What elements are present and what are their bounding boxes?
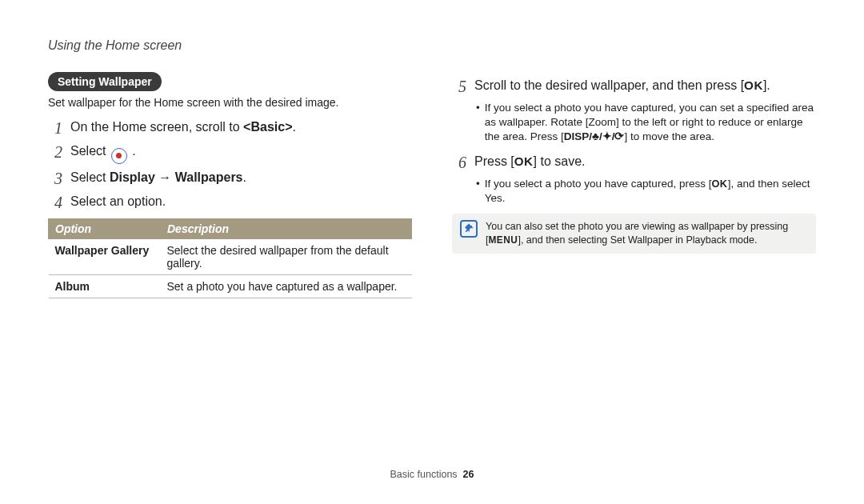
bold-set-wallpaper: Set Wallpaper <box>610 234 673 246</box>
step-text: Select an option. <box>70 193 412 210</box>
step-text: Select . <box>70 142 412 164</box>
page-number: 26 <box>463 469 474 480</box>
step-5-bullets: If you select a photo you have captured,… <box>476 101 816 145</box>
text: ] to move the area. <box>624 130 714 142</box>
table-row: Album Set a photo you have captured as a… <box>49 274 412 298</box>
footer-section: Basic functions <box>390 469 458 480</box>
step-text: On the Home screen, scroll to <Basic>. <box>70 118 412 136</box>
bullet: If you select a photo you have captured,… <box>476 101 816 145</box>
section-heading-pill: Setting Wallpaper <box>48 72 162 91</box>
right-column: 5 Scroll to the desired wallpaper, and t… <box>452 72 816 298</box>
col-option: Option <box>49 218 161 238</box>
step-number: 6 <box>452 153 466 172</box>
text: If you select a photo you have captured,… <box>485 178 712 190</box>
step-6-bullets: If you select a photo you have captured,… <box>476 177 816 206</box>
bold-basic: <Basic> <box>243 120 292 134</box>
text: Press [ <box>474 154 514 168</box>
nav-keys: DISP/♣/✦/⟳ <box>564 130 625 142</box>
section-intro: Set wallpaper for the Home screen with t… <box>48 96 412 109</box>
step-text: Select Display → Wallpapers. <box>70 169 412 186</box>
text: ], and then selecting <box>518 234 610 246</box>
ok-key: OK <box>711 178 727 190</box>
step-5: 5 Scroll to the desired wallpaper, and t… <box>452 77 816 96</box>
step-number: 5 <box>452 77 466 96</box>
info-icon <box>460 220 478 238</box>
step-3: 3 Select Display → Wallpapers. <box>48 169 412 188</box>
text: Scroll to the desired wallpaper, and the… <box>474 78 744 92</box>
step-text: Press [OK] to save. <box>474 153 816 170</box>
text: ]. <box>763 78 770 92</box>
left-column: Setting Wallpaper Set wallpaper for the … <box>48 72 412 298</box>
text: . <box>502 192 506 204</box>
bold-display: Display <box>110 170 155 184</box>
option-desc: Set a photo you have captured as a wallp… <box>161 274 412 298</box>
ok-key: OK <box>514 154 534 168</box>
options-table: Option Description Wallpaper Gallery Sel… <box>48 218 412 298</box>
bold-wallpapers: Wallpapers <box>175 170 243 184</box>
text: ], and then select <box>728 178 810 190</box>
page-footer: Basic functions 26 <box>0 469 864 480</box>
bullet: If you select a photo you have captured,… <box>476 177 816 206</box>
bold-yes: Yes <box>485 192 502 204</box>
step-text: Scroll to the desired wallpaper, and the… <box>474 77 816 94</box>
text: in Playback mode. <box>673 234 758 246</box>
table-row: Wallpaper Gallery Select the desired wal… <box>49 238 412 274</box>
text: ] to save. <box>534 154 586 168</box>
step-6: 6 Press [OK] to save. <box>452 153 816 172</box>
text: . <box>292 120 295 134</box>
step-4: 4 Select an option. <box>48 193 412 212</box>
option-name: Wallpaper Gallery <box>49 238 161 274</box>
step-number: 4 <box>48 193 62 212</box>
option-name: Album <box>49 274 161 298</box>
col-description: Description <box>161 218 412 238</box>
info-note: You can also set the photo you are viewi… <box>452 214 816 254</box>
text: Select <box>70 144 110 158</box>
arrow: → <box>155 170 175 184</box>
settings-icon <box>111 148 127 164</box>
step-2: 2 Select . <box>48 142 412 164</box>
menu-key: MENU <box>488 234 518 246</box>
bold-zoom: Zoom <box>589 116 617 128</box>
text: On the Home screen, scroll to <box>70 120 243 134</box>
text: . <box>129 144 136 158</box>
ok-key: OK <box>744 78 763 92</box>
text: Select <box>70 170 110 184</box>
text: . <box>243 170 246 184</box>
table-header-row: Option Description <box>49 218 412 238</box>
step-number: 2 <box>48 142 62 162</box>
note-text: You can also set the photo you are viewi… <box>486 220 808 247</box>
step-number: 3 <box>48 169 62 188</box>
step-number: 1 <box>48 118 62 138</box>
running-head: Using the Home screen <box>48 38 816 53</box>
option-desc: Select the desired wallpaper from the de… <box>161 238 412 274</box>
step-1: 1 On the Home screen, scroll to <Basic>. <box>48 118 412 138</box>
